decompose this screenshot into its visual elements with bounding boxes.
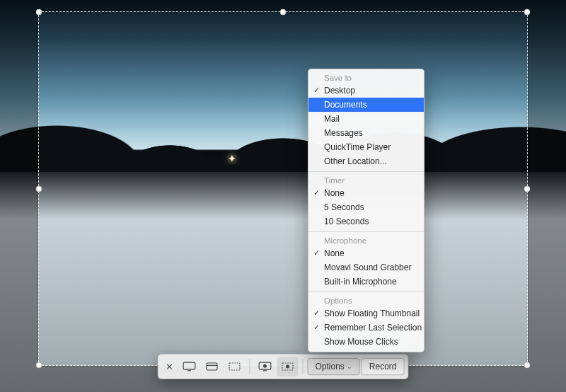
- desktop-wallpaper: [0, 0, 566, 392]
- menu-section-header: Save to: [308, 72, 424, 83]
- menu-section-header: Timer: [308, 175, 424, 186]
- selection-dim: [38, 0, 528, 11]
- svg-rect-4: [229, 363, 240, 370]
- menu-item[interactable]: None: [308, 246, 424, 260]
- menu-section-header: Options: [308, 295, 424, 306]
- menu-item[interactable]: Built-in Microphone: [308, 275, 424, 289]
- selection-dim: [528, 0, 566, 392]
- wallpaper-mountain-base: [0, 159, 566, 172]
- window-icon: [204, 361, 219, 372]
- record-button-label: Record: [369, 362, 397, 371]
- menu-item[interactable]: Documents: [308, 98, 424, 112]
- screen-icon: [182, 361, 196, 372]
- svg-point-9: [286, 365, 289, 369]
- menu-item[interactable]: Other Location...: [308, 154, 424, 168]
- menu-item[interactable]: Mail: [308, 112, 424, 126]
- options-button[interactable]: Options ⌄: [307, 358, 359, 375]
- menu-item[interactable]: Remember Last Selection: [308, 321, 424, 335]
- menu-item[interactable]: Show Mouse Clicks: [308, 335, 424, 349]
- selection-dim: [0, 0, 38, 392]
- selection-record-icon: [280, 361, 294, 372]
- selection-icon: [227, 361, 241, 372]
- capture-window-button[interactable]: [201, 357, 222, 376]
- menu-item[interactable]: Messages: [308, 126, 424, 140]
- menu-separator: [308, 231, 424, 232]
- menu-item[interactable]: 10 Seconds: [308, 214, 424, 229]
- close-button[interactable]: ✕: [161, 357, 177, 376]
- menu-item[interactable]: Desktop: [308, 83, 424, 98]
- chevron-down-icon: ⌄: [347, 363, 352, 370]
- record-button[interactable]: Record: [362, 358, 405, 375]
- menu-section-header: Microphone: [308, 235, 424, 246]
- menu-separator: [308, 171, 424, 172]
- screenshot-toolbar: ✕ Options ⌄ Rec: [157, 354, 408, 379]
- svg-rect-0: [183, 362, 195, 369]
- menu-item[interactable]: QuickTime Player: [308, 140, 424, 154]
- capture-selection-button[interactable]: [224, 357, 245, 376]
- record-entire-screen-button[interactable]: [254, 357, 275, 376]
- capture-entire-screen-button[interactable]: [178, 357, 200, 376]
- svg-point-6: [263, 364, 267, 368]
- menu-item[interactable]: None: [308, 186, 424, 200]
- svg-rect-2: [207, 363, 217, 370]
- record-selection-button[interactable]: [277, 357, 298, 376]
- wallpaper-sunstar: ✦: [228, 153, 236, 164]
- menu-item[interactable]: Movavi Sound Grabber: [308, 260, 424, 275]
- toolbar-separator: [249, 359, 250, 374]
- menu-item[interactable]: Show Floating Thumbnail: [308, 306, 424, 321]
- close-icon: ✕: [166, 362, 173, 372]
- screen-record-icon: [258, 361, 272, 372]
- options-button-label: Options: [315, 362, 344, 371]
- menu-separator: [308, 292, 424, 292]
- menu-item[interactable]: 5 Seconds: [308, 200, 424, 214]
- options-menu: Save toDesktopDocumentsMailMessagesQuick…: [308, 69, 424, 352]
- toolbar-separator: [302, 359, 303, 374]
